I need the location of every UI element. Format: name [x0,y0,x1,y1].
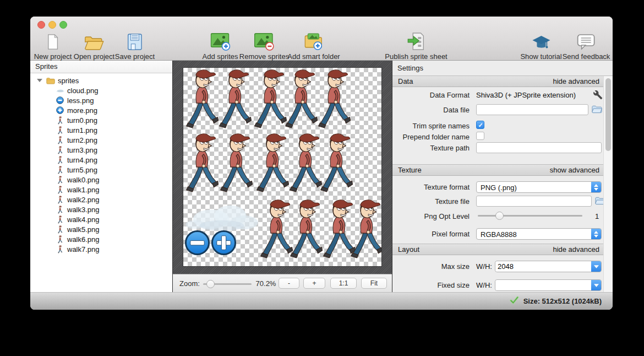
texture-file-input[interactable] [476,196,592,207]
sprite-man [184,132,219,195]
sprite-list-item[interactable]: less.png [30,95,172,105]
sprite-man [283,68,318,131]
toolbar-label: New project [34,52,72,61]
send-feedback-button[interactable]: Send feedback [563,30,610,61]
section-title: Data [398,77,413,85]
sprite-list-item[interactable]: turn5.png [30,165,172,175]
trim-sprite-names-row: Trim sprite names [392,120,613,131]
show-tutorial-button[interactable]: Show tutorial [520,30,561,61]
sprite-list-item[interactable]: walk3.png [30,204,172,214]
close-button[interactable] [37,21,45,29]
pixel-format-popup[interactable]: RGBA8888 [476,228,602,240]
popup-stepper-icon [591,182,601,192]
zoom-window-button[interactable] [59,21,67,29]
zoom-slider-thumb[interactable] [206,280,215,288]
sprite-list-item[interactable]: turn1.png [30,125,172,135]
sprite-list-item[interactable]: turn4.png [30,155,172,165]
toolbar-label: Show tutorial [520,52,561,61]
png-opt-level-row: Png Opt Level 1 [392,211,613,222]
sprite-list-item[interactable]: turn2.png [30,135,172,145]
add-sprites-button[interactable]: Add sprites [202,30,238,61]
show-advanced-link[interactable]: show advanced [550,166,599,174]
sprite-list-item[interactable]: walk5.png [30,224,172,234]
combo-dropdown-icon[interactable] [591,280,601,290]
sprite-list-item[interactable]: walk0.png [30,175,172,185]
toolbar-label: Add sprites [202,52,238,61]
sprite-list-item[interactable]: walk6.png [30,234,172,244]
sprite-man [253,68,287,131]
zoom-in-button[interactable]: + [303,278,325,289]
actual-size-button[interactable]: 1:1 [330,278,357,289]
browse-folder-icon[interactable] [592,105,602,116]
status-bar: Size: 512x512 (1024kB) [30,292,613,310]
add-smart-folder-icon [304,30,324,51]
new-project-icon [45,30,61,51]
toolbar-label: Add smart folder [287,52,340,61]
settings-scrollbar[interactable] [603,76,613,292]
open-project-button[interactable]: Open project [74,30,114,61]
trim-sprite-names-checkbox[interactable] [476,121,484,129]
sprite-man [319,132,353,195]
sprite-list-item[interactable]: more.png [30,105,172,115]
fit-button[interactable]: Fit [361,278,387,289]
popup-stepper-icon [591,229,601,239]
sprite-man [259,198,293,261]
sprite-man [217,68,252,131]
sprite-sheet-preview[interactable] [173,61,392,274]
settings-header: Settings [392,61,613,75]
combo-dropdown-icon[interactable] [591,261,601,272]
sprite-list-item[interactable]: turn0.png [30,115,172,125]
toolbar-label: Open project [74,52,114,61]
zoom-slider[interactable] [203,283,252,285]
fixed-size-combo[interactable] [495,279,602,291]
sprite-list-item[interactable]: cloud.png [30,85,172,95]
png-opt-slider-thumb[interactable] [495,212,504,220]
graduation-cap-icon [531,30,551,51]
publish-sprite-sheet-button[interactable]: Publish sprite sheet [385,30,447,61]
sprite-man [349,198,381,261]
max-size-combo[interactable] [495,261,602,272]
disclosure-triangle-icon[interactable] [37,79,42,82]
minimize-button[interactable] [48,21,56,29]
sprite-list-item[interactable]: turn3.png [30,145,172,155]
sprite-list-item[interactable]: walk7.png [30,244,172,254]
sprite-less [184,230,210,256]
hide-advanced-link[interactable]: hide advanced [553,245,599,253]
sprite-list-item[interactable]: walk2.png [30,195,172,204]
prepend-folder-name-checkbox[interactable] [476,132,484,140]
max-size-input[interactable] [495,261,592,272]
texture-section-header: Texture show advanced [392,164,613,176]
toolbar-label: Remove sprites [239,52,289,61]
texture-format-row: Texture format PNG (.png) [392,181,613,192]
sprite-thumbnail-icon [56,165,64,174]
texture-path-input[interactable] [476,142,602,153]
sprite-thumbnail-icon [56,205,64,214]
wrench-icon[interactable] [593,90,603,102]
png-opt-slider[interactable] [478,215,582,217]
sprite-list-item[interactable]: walk4.png [30,214,172,224]
add-smart-folder-button[interactable]: Add smart folder [287,30,340,61]
sprite-tree-root-folder[interactable]: sprites [30,75,172,85]
feedback-bubble-icon [577,30,596,51]
max-size-row: Max size W/H: [392,261,613,272]
remove-sprites-button[interactable]: Remove sprites [239,30,289,61]
sprite-man [316,68,351,131]
save-project-button[interactable]: Save project [115,30,155,61]
data-file-input[interactable] [476,104,588,115]
sprite-sheet-canvas[interactable] [183,68,381,266]
zoom-out-button[interactable]: - [279,278,299,289]
desktop: { "colors": { "accent-blue": "#2f86e8", … [0,0,644,356]
sprite-thumbnail-icon [56,225,64,234]
sprite-thumbnail-icon [56,116,64,125]
prepend-folder-name-row: Prepend folder name [392,131,613,142]
sprite-man [288,132,322,195]
settings-scrollbar-thumb[interactable] [605,78,611,151]
sprite-tree: sprites cloud.png less.png [30,75,172,254]
hide-advanced-link[interactable]: hide advanced [553,77,599,85]
new-project-button[interactable]: New project [34,30,72,61]
wh-label: W/H: [476,281,492,289]
fixed-size-input[interactable] [495,280,592,290]
sprite-list-item[interactable]: walk1.png [30,185,172,195]
sprite-thumbnail-icon [56,126,64,134]
texture-format-popup[interactable]: PNG (.png) [476,181,602,193]
